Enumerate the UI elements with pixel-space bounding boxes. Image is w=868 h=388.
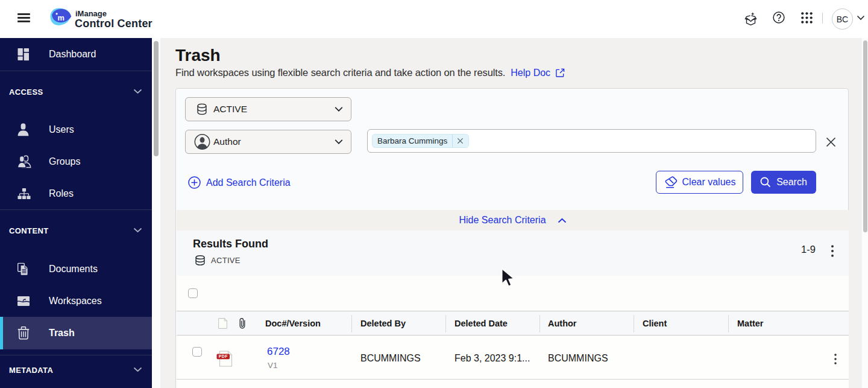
svg-text:m: m: [58, 13, 64, 22]
svg-text:PDF: PDF: [219, 354, 228, 358]
